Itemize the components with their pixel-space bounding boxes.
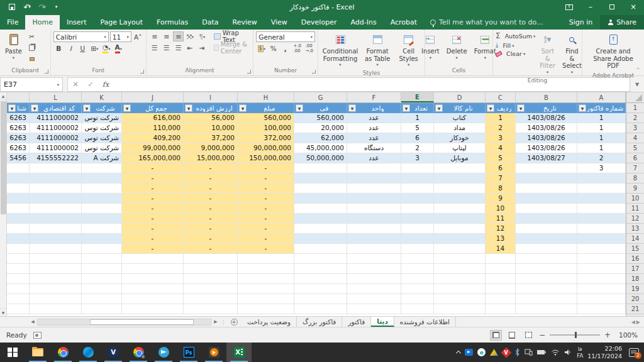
cell-M7[interactable] [7,163,30,173]
cell-M5[interactable]: 6263 [7,143,30,153]
horizontal-scroll-thumb[interactable] [90,319,194,325]
cell-C19[interactable] [486,284,516,294]
vertical-scroll-thumb[interactable] [1,101,6,214]
taskbar-media-player[interactable] [201,343,226,362]
sheet-tab-3[interactable]: فاکتور [342,317,371,327]
column-header-I[interactable]: I [184,92,238,102]
screen-share-icon[interactable] [465,349,473,356]
ribbon-tab-home[interactable]: Home [25,15,59,30]
zoom-slider[interactable] [550,334,600,336]
cell-B14[interactable] [516,234,577,244]
undo-icon[interactable]: ↶▾ [20,1,34,13]
cell-E7[interactable] [401,163,434,173]
cell-D5[interactable]: لپتاپ [434,143,486,153]
cell-E5[interactable]: 2 [401,143,434,153]
cell-I10[interactable]: - [184,194,238,204]
cell-I15[interactable]: - [184,244,238,254]
filter-dropdown-icon[interactable]: ▼ [83,104,91,112]
comma-style-button[interactable]: , [280,43,291,53]
cell-C4[interactable]: 3 [486,133,516,143]
format-as-table-button[interactable]: Format as Table▾ [362,31,393,69]
cell-G3[interactable]: 20,000 [294,123,347,133]
cell-D18[interactable] [434,274,486,284]
italic-button[interactable]: I [65,43,76,53]
cell-G18[interactable] [294,274,347,284]
cell-H9[interactable]: - [238,184,294,194]
table-header-A[interactable]: ▼شماره فاکتور [577,103,626,113]
sign-in-button[interactable]: Sign in [562,15,601,30]
cell-K11[interactable] [82,204,122,214]
cell-K6[interactable]: شرکت A [82,153,122,163]
cell-G20[interactable] [294,294,347,304]
cell-B8[interactable] [516,173,577,184]
zoom-slider-thumb[interactable] [575,332,577,338]
cell-H20[interactable] [238,294,294,304]
cell-L20[interactable] [30,294,82,304]
cell-F21[interactable] [347,304,401,314]
cell-I16[interactable] [184,254,238,264]
cell-J16[interactable] [122,254,184,264]
cell-G16[interactable] [294,254,347,264]
sheet-nav-right-icon[interactable]: ▶ [636,319,640,325]
filter-dropdown-icon[interactable]: ▼ [579,104,586,112]
cell-A2[interactable]: 1 [577,113,626,123]
cell-K15[interactable] [82,244,122,254]
share-button[interactable]: Share [600,15,644,30]
cell-K14[interactable] [82,234,122,244]
row-header-7[interactable]: 7 [626,163,644,173]
cell-styles-button[interactable]: Cell Styles▾ [395,31,422,69]
name-box[interactable]: E37▾ [0,77,63,92]
cell-G15[interactable] [294,244,347,254]
cell-D20[interactable] [434,294,486,304]
cell-L14[interactable] [30,234,82,244]
cell-K17[interactable] [82,264,122,274]
cell-F16[interactable] [347,254,401,264]
filter-dropdown-icon[interactable]: ▼ [402,104,410,112]
sheet-tab-1[interactable]: وضعیت پرداخت [242,317,297,327]
cell-H18[interactable] [238,274,294,284]
create-share-pdf-button[interactable]: Create and Share Adobe PDF [585,31,641,71]
cell-E16[interactable] [401,254,434,264]
scroll-right-icon[interactable]: ▶ [211,318,220,326]
cell-F18[interactable] [347,274,401,284]
volume-icon[interactable] [564,349,572,356]
column-header-H[interactable]: H [238,92,294,102]
cell-D16[interactable] [434,254,486,264]
row-header-1[interactable]: 1 [626,103,644,113]
column-header-G[interactable]: G [294,92,347,102]
cell-M19[interactable] [7,284,30,294]
cell-C5[interactable]: 4 [486,143,516,153]
row-header-13[interactable]: 13 [626,224,644,234]
normal-view-button[interactable] [490,330,502,341]
cell-J14[interactable]: - [122,234,184,244]
cell-F19[interactable] [347,284,401,294]
antivirus-icon[interactable]: e [477,348,486,356]
collapse-ribbon-icon[interactable]: ⌃ [636,67,640,73]
cell-E10[interactable] [401,194,434,204]
qat-customize-icon[interactable]: ▾ [50,1,64,13]
cell-D12[interactable] [434,214,486,224]
cell-A6[interactable]: 2 [577,153,626,163]
row-header-6[interactable]: 6 [626,153,644,163]
cell-B13[interactable] [516,224,577,234]
cell-M6[interactable]: 5456 [7,153,30,163]
cell-H6[interactable]: 150,000,000 [238,153,294,163]
row-header-4[interactable]: 4 [626,133,644,143]
zoom-out-icon[interactable]: − [539,331,545,339]
cell-J3[interactable]: 110,000 [122,123,184,133]
cell-E8[interactable] [401,173,434,184]
ribbon-tab-data[interactable]: Data [195,15,225,30]
v-shield-icon[interactable]: V [501,347,512,358]
align-left-button[interactable]: ☰ [149,43,160,53]
filter-dropdown-icon[interactable]: ▼ [435,104,443,112]
cell-K19[interactable] [82,284,122,294]
cell-D21[interactable] [434,304,486,314]
table-header-K[interactable]: ▼شرکت [82,103,122,113]
page-break-view-button[interactable] [523,330,535,341]
copy-button[interactable] [26,43,37,53]
filter-dropdown-icon[interactable]: ▼ [123,104,131,112]
ribbon-tab-developer[interactable]: Developer [294,15,344,30]
cell-G9[interactable] [294,184,347,194]
cell-H12[interactable]: - [238,214,294,224]
cell-G14[interactable] [294,234,347,244]
